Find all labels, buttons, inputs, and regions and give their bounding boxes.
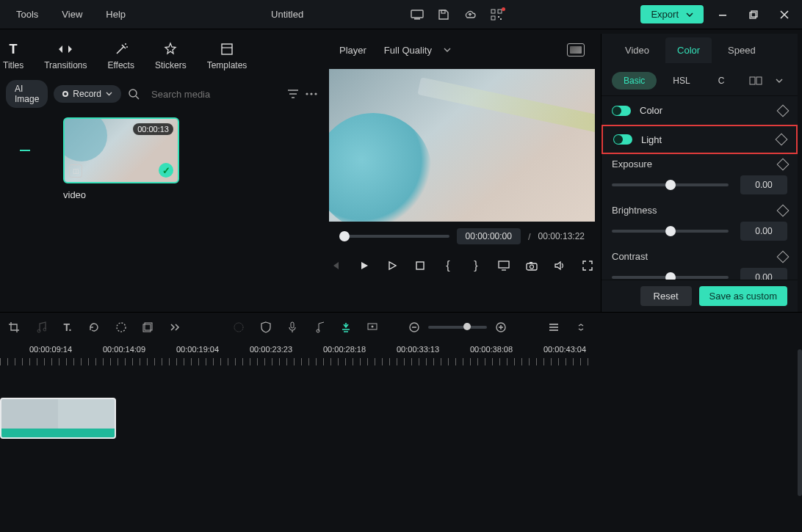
qr-icon[interactable]	[486, 4, 507, 25]
record-button[interactable]: Record	[54, 85, 121, 103]
slider-contrast-value[interactable]: 0.00	[740, 268, 787, 280]
timeline-tracks[interactable]	[0, 368, 595, 532]
section-light[interactable]: Light	[602, 125, 798, 154]
current-timecode: 00:00:00:00	[457, 228, 521, 244]
crop-icon[interactable]	[7, 319, 21, 335]
slider-list: Exposure 0.00 Brightness 0.00 Contrast 0…	[602, 154, 798, 280]
subtab-curves[interactable]: C	[707, 72, 737, 90]
stop-button[interactable]	[413, 258, 427, 274]
subtab-basic[interactable]: Basic	[612, 72, 657, 90]
ruler-tc: 00:00:38:08	[470, 345, 513, 354]
properties-footer: Reset Save as custom	[602, 280, 798, 312]
window-close-button[interactable]	[773, 3, 796, 26]
keyframe-light-icon[interactable]	[776, 134, 788, 146]
slider-brightness-track[interactable]	[612, 230, 729, 233]
menu-tools[interactable]: Tools	[6, 6, 48, 23]
svg-rect-26	[750, 77, 755, 84]
slider-brightness-value[interactable]: 0.00	[740, 222, 787, 241]
section-color[interactable]: Color	[602, 95, 798, 125]
slider-exposure: Exposure 0.00	[612, 158, 787, 194]
zoom-in-button[interactable]	[493, 319, 509, 335]
slider-exposure-value[interactable]: 0.00	[740, 175, 787, 194]
add-media-button[interactable]	[6, 117, 51, 183]
svg-rect-6	[498, 16, 499, 18]
window-minimize-button[interactable]	[711, 3, 734, 26]
marker-icon[interactable]	[366, 319, 379, 335]
keyframe-icon[interactable]	[777, 158, 790, 170]
track-options-icon[interactable]	[574, 319, 588, 335]
total-timecode: 00:00:13:22	[538, 231, 585, 241]
mic-icon[interactable]	[286, 319, 299, 335]
shield-icon[interactable]	[259, 319, 272, 335]
magnet-icon[interactable]	[339, 319, 353, 335]
snapshot-thumb-icon[interactable]	[567, 43, 585, 57]
tab-templates-label: Templates	[207, 60, 248, 70]
mark-in-button[interactable]: {	[441, 258, 455, 274]
subtab-hsl[interactable]: HSL	[661, 72, 701, 90]
tab-transitions[interactable]: Transitions	[44, 41, 87, 70]
toggle-light[interactable]	[613, 134, 632, 145]
prev-frame-button[interactable]	[329, 258, 344, 274]
mark-out-button[interactable]: }	[469, 258, 483, 274]
layer-icon[interactable]	[141, 319, 154, 335]
device-icon[interactable]	[407, 4, 427, 25]
zoom-out-button[interactable]	[406, 319, 422, 335]
thumbnail-duration: 00:00:13	[133, 123, 173, 135]
rotate-icon[interactable]	[87, 319, 101, 335]
audio-note-icon[interactable]	[312, 319, 325, 335]
media-thumbnail[interactable]: 00:00:13 ◫ ✓ video	[63, 117, 179, 200]
camera-button[interactable]	[524, 258, 539, 274]
menu-help[interactable]: Help	[95, 6, 136, 23]
reset-button[interactable]: Reset	[640, 286, 692, 306]
zoom-slider[interactable]	[428, 326, 487, 329]
slider-contrast-track[interactable]	[612, 276, 729, 279]
chevron-down-icon[interactable]	[771, 73, 787, 89]
keyframe-icon[interactable]	[777, 204, 790, 216]
play-button[interactable]	[385, 258, 400, 274]
quality-dropdown[interactable]: Full Quality	[384, 45, 451, 56]
compare-icon[interactable]	[748, 73, 764, 89]
mask-icon[interactable]	[115, 319, 128, 335]
toggle-color[interactable]	[612, 106, 631, 116]
slider-exposure-track[interactable]	[612, 183, 729, 186]
more-tools-icon[interactable]	[167, 319, 181, 335]
window-restore-button[interactable]	[742, 3, 765, 26]
music-icon[interactable]	[34, 319, 47, 335]
tab-speed[interactable]: Speed	[716, 37, 767, 63]
tab-stickers[interactable]: Stickers	[155, 41, 187, 70]
preview-viewport[interactable]	[329, 69, 595, 222]
tab-video[interactable]: Video	[613, 37, 661, 63]
fullscreen-button[interactable]	[580, 258, 595, 274]
scrub-track[interactable]	[339, 235, 449, 238]
keyframe-icon[interactable]	[777, 250, 790, 263]
timeline-ruler[interactable]: 00:00:09:14 00:00:14:09 00:00:19:04 00:0…	[0, 342, 595, 368]
cloud-icon[interactable]	[460, 4, 480, 25]
save-icon[interactable]	[433, 4, 454, 25]
text-icon[interactable]: T.	[61, 319, 74, 335]
tab-templates[interactable]: Templates	[207, 41, 248, 70]
play-pause-button[interactable]	[357, 258, 372, 274]
search-input[interactable]	[145, 86, 281, 103]
menu-view[interactable]: View	[51, 6, 93, 23]
keyframe-color-icon[interactable]	[777, 104, 790, 117]
svg-rect-5	[491, 16, 495, 20]
media-panel: TTitles Transitions Effects Stickers Tem…	[0, 34, 323, 312]
templates-icon	[219, 41, 235, 57]
volume-button[interactable]	[552, 258, 567, 274]
filter-icon[interactable]	[286, 84, 299, 103]
color-wheel-icon[interactable]	[232, 319, 245, 335]
svg-point-37	[372, 326, 374, 328]
timeline-scrollbar[interactable]	[798, 349, 802, 496]
tab-effects[interactable]: Effects	[107, 41, 134, 70]
track-list-icon[interactable]	[547, 319, 560, 335]
save-as-custom-button[interactable]: Save as custom	[699, 286, 788, 306]
tab-color[interactable]: Color	[665, 37, 712, 63]
export-button[interactable]: Export	[640, 5, 704, 23]
timeline-clip[interactable]	[0, 398, 116, 439]
tab-titles[interactable]: TTitles	[3, 41, 24, 70]
media-grid: 00:00:13 ◫ ✓ video	[0, 110, 323, 312]
more-icon[interactable]	[305, 84, 317, 103]
ruler-tc: 00:00:43:04	[543, 345, 586, 354]
ai-image-button[interactable]: AI Image	[6, 80, 48, 108]
display-button[interactable]	[496, 258, 511, 274]
